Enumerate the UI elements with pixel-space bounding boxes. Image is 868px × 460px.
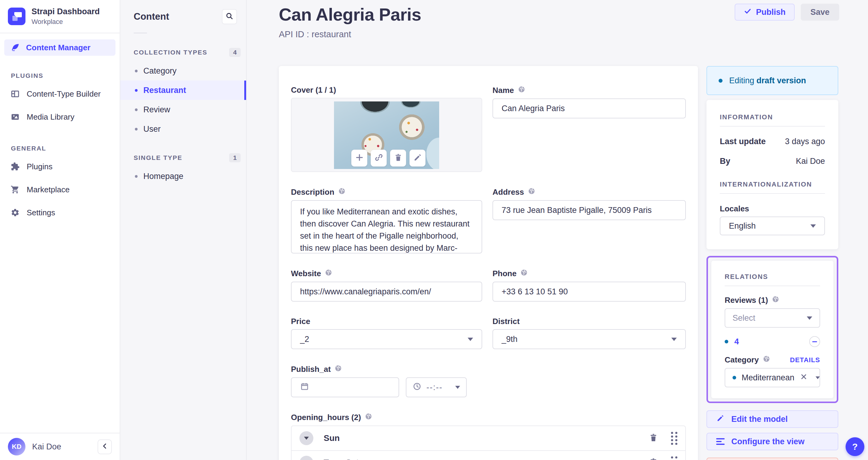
help-button[interactable]: ?	[845, 437, 864, 456]
opening-hours-row-tue-sat: Tue - Sat	[291, 450, 685, 460]
subnav-item-category[interactable]: Category	[120, 61, 246, 80]
sidebar-item-content-manager[interactable]: Content Manager	[4, 39, 116, 56]
district-select[interactable]: _9th	[493, 329, 686, 349]
edit-model-label: Edit the model	[731, 415, 788, 424]
clock-icon	[412, 382, 422, 393]
sidebar-item-label: Media Library	[27, 112, 74, 122]
drag-handle-icon[interactable]	[671, 456, 677, 460]
description-textarea[interactable]: If you like Mediterranean and exotic dis…	[291, 200, 482, 254]
feather-pen-icon	[10, 43, 20, 53]
phone-field: Phone +33 6 13 10 51 90	[493, 269, 686, 302]
main-sidebar: Strapi Dashboard Workplace Content Manag…	[0, 0, 120, 460]
information-card: INFORMATION Last update 3 days ago By Ka…	[707, 100, 838, 249]
delete-entry-button[interactable]	[707, 458, 838, 460]
locale-select[interactable]: English	[720, 217, 825, 235]
subnav-item-homepage[interactable]: Homepage	[120, 167, 246, 186]
trash-icon	[394, 153, 403, 163]
relation-link[interactable]: 4	[734, 337, 739, 347]
list-settings-icon	[716, 438, 725, 445]
copy-link-button[interactable]	[371, 150, 387, 167]
remove-relation-button[interactable]	[809, 336, 820, 347]
sidebar-item-plugins[interactable]: Plugins	[4, 155, 116, 178]
name-input[interactable]: Can Alegria Paris	[493, 98, 686, 119]
divider	[725, 286, 820, 286]
opening-hours-field: Opening_hours (2) Sun	[291, 413, 686, 460]
relation-item: 4	[725, 336, 820, 347]
address-input[interactable]: 73 rue Jean Baptiste Pigalle, 75009 Pari…	[493, 200, 686, 220]
price-select[interactable]: _2	[291, 329, 482, 349]
website-input[interactable]: https://www.canalegriaparis.com/en/	[291, 282, 482, 302]
time-select[interactable]: --:--	[406, 377, 467, 397]
drag-handle-icon[interactable]	[671, 432, 677, 445]
sidebar-item-label: Content Manager	[26, 43, 90, 53]
trash-icon[interactable]	[649, 433, 658, 443]
search-icon	[225, 12, 234, 22]
phone-label: Phone	[493, 269, 686, 278]
globe-icon	[324, 269, 333, 278]
name-field: Name Can Alegria Paris	[493, 86, 686, 172]
save-button[interactable]: Save	[801, 4, 839, 21]
add-asset-button[interactable]	[351, 150, 367, 167]
internationalization-title: INTERNATIONALIZATION	[720, 180, 825, 188]
chevron-down-icon	[468, 338, 473, 341]
workspace-title: Strapi Dashboard	[32, 7, 100, 17]
edit-form-card: Cover (1 / 1)	[279, 66, 698, 460]
publish-label: Publish	[756, 7, 785, 17]
details-link[interactable]: DETAILS	[790, 356, 820, 364]
sidebar-item-settings[interactable]: Settings	[4, 201, 116, 224]
link-icon	[374, 153, 383, 163]
globe-icon	[520, 269, 528, 278]
information-title: INFORMATION	[720, 113, 825, 121]
globe-icon	[338, 187, 346, 197]
subnav-item-user[interactable]: User	[120, 119, 246, 139]
check-icon	[744, 7, 752, 17]
by-row: By Kai Doe	[720, 157, 825, 166]
collection-types-count-badge: 4	[229, 48, 241, 57]
relations-highlight-box: RELATIONS Reviews (1) Select 4	[707, 256, 838, 403]
workspace-header[interactable]: Strapi Dashboard Workplace	[0, 0, 120, 33]
sidebar-item-media-library[interactable]: Media Library	[4, 105, 116, 128]
accordion-toggle-button[interactable]	[300, 431, 313, 445]
address-label: Address	[493, 187, 686, 197]
sidebar-section-plugins: PLUGINS	[11, 72, 116, 79]
plus-icon	[355, 153, 364, 163]
reviews-label: Reviews (1)	[725, 295, 820, 305]
chevron-down-icon	[671, 338, 677, 341]
sidebar-item-content-type-builder[interactable]: Content-Type Builder	[4, 83, 116, 105]
accordion-toggle-button[interactable]	[300, 456, 313, 460]
sidebar-item-marketplace[interactable]: Marketplace	[4, 178, 116, 201]
subnav-item-review[interactable]: Review	[120, 100, 246, 119]
category-select[interactable]: Mediterranean	[725, 368, 820, 387]
minus-icon	[812, 341, 817, 342]
user-name: Kai Doe	[32, 442, 91, 452]
chevron-down-icon	[815, 376, 820, 379]
delete-asset-button[interactable]	[390, 150, 406, 167]
cover-dropzone[interactable]	[291, 98, 482, 172]
trash-icon[interactable]	[649, 457, 658, 460]
draft-dot-icon	[733, 376, 736, 380]
cart-icon	[10, 185, 20, 194]
sidebar-item-label: Marketplace	[27, 185, 70, 194]
opening-hours-label: Opening_hours (2)	[291, 413, 686, 422]
publish-at-field: Publish_at --:--	[291, 364, 482, 397]
content-subnav: Content COLLECTION TYPES 4 Category Rest…	[120, 0, 247, 460]
description-label: Description	[291, 187, 482, 197]
phone-input[interactable]: +33 6 13 10 51 90	[493, 282, 686, 302]
globe-icon	[772, 295, 779, 305]
date-input[interactable]	[291, 377, 399, 397]
globe-icon	[518, 86, 526, 95]
sidebar-section-general: GENERAL	[11, 145, 116, 152]
search-button[interactable]	[222, 9, 237, 24]
edit-model-button[interactable]: Edit the model	[707, 410, 838, 428]
publish-button[interactable]: Publish	[735, 4, 795, 21]
close-icon[interactable]	[800, 373, 808, 383]
collapse-sidebar-button[interactable]	[98, 439, 112, 454]
description-field: Description If you like Mediterranean an…	[291, 187, 482, 254]
calendar-icon	[300, 382, 309, 393]
chevron-down-icon	[455, 386, 460, 389]
edit-asset-button[interactable]	[409, 150, 426, 167]
reviews-select[interactable]: Select	[725, 308, 820, 328]
subnav-item-restaurant[interactable]: Restaurant	[120, 80, 246, 100]
configure-view-button[interactable]: Configure the view	[707, 433, 838, 450]
strapi-logo	[8, 7, 26, 25]
